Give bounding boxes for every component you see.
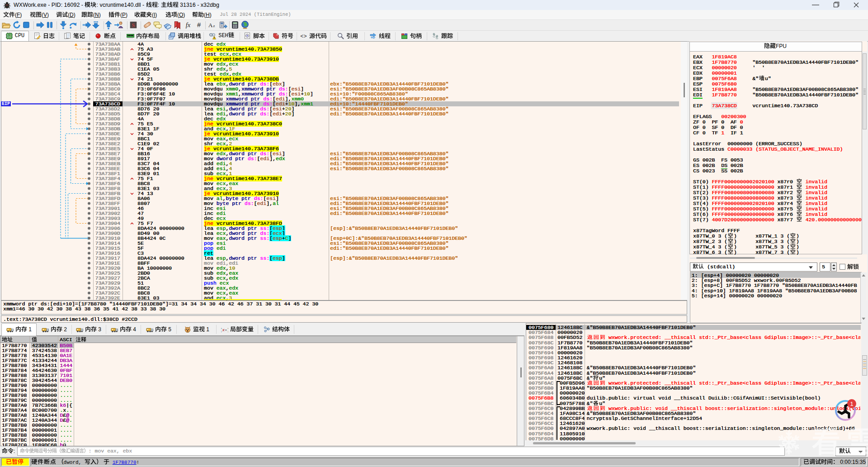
- svg-text:<>: <>: [300, 33, 307, 40]
- svg-text:1: 1: [850, 400, 854, 407]
- svg-text:z: z: [213, 24, 215, 28]
- svg-text:A: A: [208, 22, 213, 29]
- svg-text:[x=]: [x=]: [221, 328, 228, 333]
- svg-text:S: S: [132, 22, 135, 29]
- svg-text:32: 32: [8, 35, 11, 38]
- svg-text:#: #: [197, 21, 201, 29]
- svg-text:fx: fx: [186, 21, 191, 29]
